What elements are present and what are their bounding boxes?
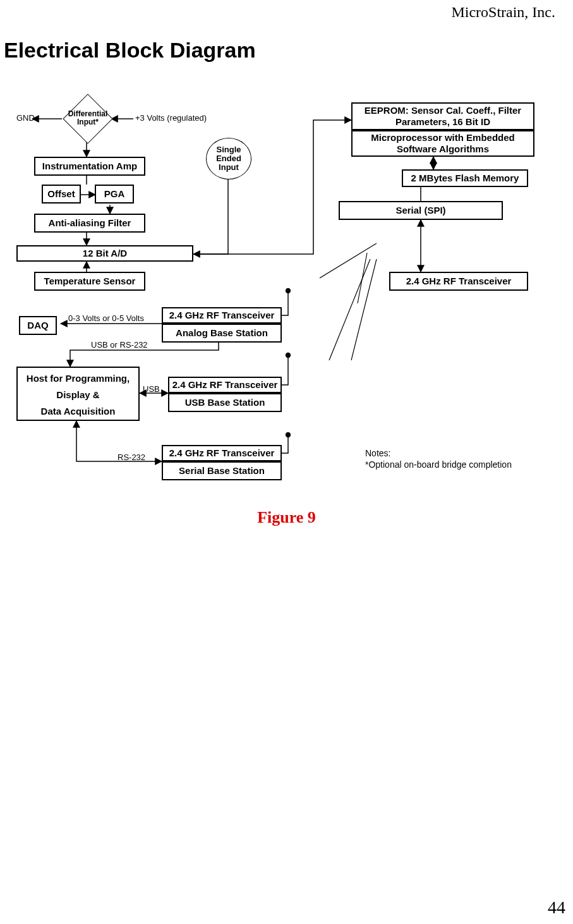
company-name: MicroStrain, Inc. bbox=[451, 4, 555, 21]
rf3-top-box: 2.4 GHz RF Transceiver bbox=[162, 445, 282, 461]
rf1-bot-box: Analog Base Station bbox=[162, 324, 282, 343]
rf2-bot-box: USB Base Station bbox=[168, 393, 282, 412]
figure-caption: Figure 9 bbox=[0, 508, 573, 527]
microprocessor-box: Microprocessor with Embedded Software Al… bbox=[351, 130, 534, 157]
svg-line-12 bbox=[320, 243, 377, 278]
notes-heading: Notes: bbox=[365, 447, 512, 459]
host-box: Host for Programming, Display & Data Acq… bbox=[16, 367, 140, 421]
gnd-label: GND bbox=[16, 113, 35, 123]
host-line3: Data Acquisition bbox=[20, 406, 136, 417]
rf-main-box: 2.4 GHz RF Transceiver bbox=[389, 272, 528, 291]
adc-box: 12 Bit A/D bbox=[16, 245, 193, 262]
rf1-top-box: 2.4 GHz RF Transceiver bbox=[162, 307, 282, 324]
host-line1: Host for Programming, bbox=[20, 373, 136, 384]
differential-input-label: Differential Input* bbox=[63, 110, 112, 126]
rs232-label: RS-232 bbox=[118, 453, 145, 462]
temp-sensor-box: Temperature Sensor bbox=[34, 272, 145, 291]
pga-box: PGA bbox=[95, 185, 134, 204]
instr-amp-box: Instrumentation Amp bbox=[34, 157, 145, 176]
offset-box: Offset bbox=[42, 185, 81, 204]
page-title: Electrical Block Diagram bbox=[4, 38, 256, 63]
usb-rs232-label: USB or RS-232 bbox=[91, 340, 148, 350]
rf2-top-box: 2.4 GHz RF Transceiver bbox=[168, 377, 282, 393]
notes-line1: *Optional on-board bridge completion bbox=[365, 459, 512, 470]
daq-box: DAQ bbox=[19, 316, 57, 335]
notes-block: Notes: *Optional on-board bridge complet… bbox=[365, 447, 512, 470]
eeprom-box: EEPROM: Sensor Cal. Coeff., Filter Param… bbox=[351, 102, 534, 130]
volts-reg-label: +3 Volts (regulated) bbox=[135, 113, 207, 123]
anti-alias-box: Anti-aliasing Filter bbox=[34, 214, 145, 233]
host-line2: Display & bbox=[20, 389, 136, 401]
spi-box: Serial (SPI) bbox=[339, 201, 503, 220]
volts-range-label: 0-3 Volts or 0-5 Volts bbox=[68, 313, 144, 323]
single-ended-input: Single Ended Input bbox=[206, 138, 251, 179]
page-number: 44 bbox=[548, 897, 565, 918]
flash-box: 2 MBytes Flash Memory bbox=[402, 169, 528, 187]
block-diagram: Differential Input* GND +3 Volts (regula… bbox=[16, 95, 560, 499]
usb-label: USB bbox=[143, 384, 160, 394]
rf3-bot-box: Serial Base Station bbox=[162, 461, 282, 480]
